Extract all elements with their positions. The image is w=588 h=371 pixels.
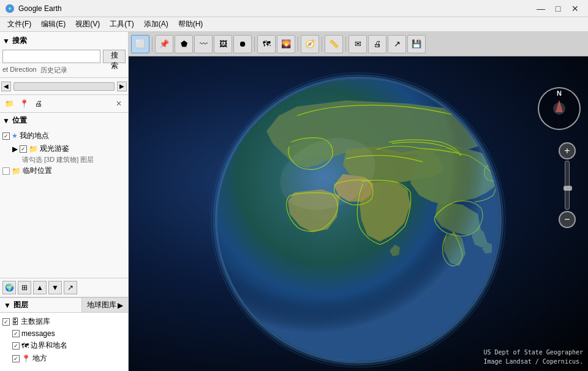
temp-label: 临时位置 bbox=[23, 166, 52, 176]
close-button[interactable]: ✕ bbox=[567, 2, 583, 15]
new-folder-button[interactable]: 📁 bbox=[2, 97, 16, 110]
sidebar: ▼ 搜索 搜索 et Direction 历史记录 ◀ ▶ 📁 📍 🖨 ✕ bbox=[0, 32, 129, 371]
layers-title: 图层 bbox=[13, 300, 28, 310]
tool-photo[interactable]: 🌄 bbox=[277, 35, 295, 53]
tool-overlay[interactable]: 🖼 bbox=[214, 35, 232, 53]
layer-maindb-checkbox[interactable] bbox=[2, 318, 10, 326]
map-attribution: US Dept of State Geographer Image Landsa… bbox=[483, 348, 583, 366]
tool-ruler[interactable]: 📏 bbox=[325, 35, 343, 53]
up-button[interactable]: ▲ bbox=[33, 281, 47, 294]
print-button[interactable]: 🖨 bbox=[32, 97, 45, 110]
open-button[interactable]: ↗ bbox=[64, 281, 77, 294]
compass-control[interactable]: N bbox=[538, 87, 581, 130]
tourism-item[interactable]: ▶ 📁 观光游鉴 bbox=[2, 142, 126, 155]
layer-messages-label: messages bbox=[21, 329, 55, 338]
tool-share[interactable]: ↗ bbox=[388, 35, 406, 53]
places-section: ▼ 位置 ★ 我的地点 ▶ 📁 观光游鉴 请勾选 [3D 建筑物] 图层 bbox=[0, 113, 128, 278]
tool-record[interactable]: ⏺ bbox=[233, 35, 252, 53]
note-text: 请勾选 [3D 建筑物] 图层 bbox=[2, 155, 126, 164]
layer-maindb[interactable]: 🗄 主数据库 bbox=[2, 315, 126, 328]
maximize-button[interactable]: □ bbox=[550, 2, 566, 15]
layer-maindb-icon: 🗄 bbox=[12, 318, 19, 326]
places-arrow: ▼ bbox=[2, 117, 10, 125]
tool-street[interactable]: 🧭 bbox=[301, 35, 319, 53]
toolbar-sep-1 bbox=[152, 37, 153, 52]
scroll-left[interactable]: ◀ bbox=[1, 82, 11, 91]
temp-checkbox[interactable] bbox=[2, 167, 10, 175]
compass-ring[interactable]: N bbox=[538, 87, 581, 130]
layers-section: ▼ 图层 地球图库 ▶ 🗄 主数据库 messages bbox=[0, 297, 128, 371]
globe-library-button[interactable]: 地球图库 ▶ bbox=[81, 298, 128, 313]
layer-borders-icon: 🗺 bbox=[21, 342, 29, 350]
attribution-line1: US Dept of State Geographer bbox=[483, 348, 583, 357]
map-toolbar: ⬜ 📌 ⬟ 〰 🖼 ⏺ 🗺 🌄 🧭 📏 ✉ 🖨 ↗ 💾 bbox=[129, 32, 588, 56]
menu-edit[interactable]: 编辑(E) bbox=[36, 18, 70, 31]
places-title: 位置 bbox=[12, 115, 27, 126]
toolbar-sep-3 bbox=[298, 37, 298, 52]
layer-messages-checkbox[interactable] bbox=[12, 330, 20, 337]
zoom-slider[interactable] bbox=[565, 161, 570, 210]
search-section: ▼ 搜索 搜索 et Direction 历史记录 bbox=[0, 32, 128, 78]
zoom-in-button[interactable]: + bbox=[559, 142, 576, 159]
tourism-checkbox[interactable] bbox=[20, 145, 27, 153]
menu-help[interactable]: 帮助(H) bbox=[173, 18, 208, 31]
tool-select[interactable]: ⬜ bbox=[131, 35, 149, 53]
menu-add[interactable]: 添加(A) bbox=[139, 18, 173, 31]
compass-inner-ring[interactable] bbox=[553, 102, 565, 115]
temp-location-item[interactable]: 📁 临时位置 bbox=[2, 164, 126, 177]
search-arrow: ▼ bbox=[2, 37, 10, 45]
history-link[interactable]: 历史记录 bbox=[40, 66, 67, 75]
layer-places-icon: 📍 bbox=[21, 354, 31, 363]
search-title: 搜索 bbox=[12, 36, 27, 46]
earth-globe[interactable] bbox=[199, 69, 518, 370]
minimize-button[interactable]: — bbox=[533, 2, 549, 15]
expand-arrow: ▶ bbox=[12, 145, 18, 153]
zoom-thumb[interactable] bbox=[564, 186, 572, 191]
tool-placemark[interactable]: 📌 bbox=[155, 35, 173, 53]
zoom-control: + − bbox=[559, 142, 576, 228]
close-places-button[interactable]: ✕ bbox=[112, 97, 126, 110]
grid-button[interactable]: ⊞ bbox=[18, 281, 31, 294]
search-input[interactable] bbox=[2, 50, 100, 63]
attribution-line2: Image Landsat / Copernicus. bbox=[483, 357, 583, 366]
main-layout: ▼ 搜索 搜索 et Direction 历史记录 ◀ ▶ 📁 📍 🖨 ✕ bbox=[0, 32, 588, 371]
layer-borders-checkbox[interactable] bbox=[12, 342, 20, 350]
scroll-track[interactable] bbox=[13, 82, 115, 91]
layer-borders-label: 边界和地名 bbox=[31, 340, 67, 351]
tool-print[interactable]: 🖨 bbox=[368, 35, 386, 53]
compass-north: N bbox=[557, 90, 562, 97]
tool-tour[interactable]: 🗺 bbox=[257, 35, 276, 53]
temp-folder-icon: 📁 bbox=[12, 167, 21, 175]
globe-nav-button[interactable]: 🌍 bbox=[2, 281, 16, 294]
my-places-checkbox[interactable] bbox=[2, 132, 10, 140]
menu-tools[interactable]: 工具(T) bbox=[105, 18, 138, 31]
places-header: ▼ 位置 bbox=[2, 115, 126, 126]
new-placemark-button[interactable]: 📍 bbox=[17, 97, 31, 110]
layer-borders[interactable]: 🗺 边界和地名 bbox=[2, 339, 126, 352]
menu-file[interactable]: 文件(F) bbox=[2, 18, 36, 31]
search-links: et Direction 历史记录 bbox=[2, 66, 126, 75]
down-button[interactable]: ▼ bbox=[48, 281, 62, 294]
tool-polygon[interactable]: ⬟ bbox=[175, 35, 193, 53]
layer-messages[interactable]: messages bbox=[2, 328, 126, 339]
direction-link[interactable]: et Direction bbox=[2, 66, 37, 75]
menu-view[interactable]: 视图(V) bbox=[70, 18, 105, 31]
scroll-area: ◀ ▶ bbox=[0, 78, 128, 95]
toolbar-sep-4 bbox=[322, 37, 322, 52]
zoom-out-button[interactable]: − bbox=[559, 211, 576, 228]
bottom-toolbar: 🌍 ⊞ ▲ ▼ ↗ bbox=[0, 278, 128, 297]
layer-places-checkbox[interactable] bbox=[12, 355, 20, 362]
tool-email[interactable]: ✉ bbox=[349, 35, 367, 53]
my-places-item[interactable]: ★ 我的地点 bbox=[2, 129, 126, 142]
layer-places[interactable]: 📍 地方 bbox=[2, 352, 126, 365]
scroll-right[interactable]: ▶ bbox=[117, 82, 127, 91]
layer-maindb-label: 主数据库 bbox=[21, 316, 50, 327]
tool-save[interactable]: 💾 bbox=[407, 35, 426, 53]
title-bar: Google Earth — □ ✕ bbox=[0, 0, 588, 17]
tool-path[interactable]: 〰 bbox=[194, 35, 213, 53]
earth-container[interactable]: N + − US Dept of State Geographer Image … bbox=[129, 56, 588, 371]
map-area[interactable]: ⬜ 📌 ⬟ 〰 🖼 ⏺ 🗺 🌄 🧭 📏 ✉ 🖨 ↗ 💾 bbox=[129, 32, 588, 371]
globe-btn-label: 地球图库 bbox=[87, 300, 116, 310]
search-button[interactable]: 搜索 bbox=[103, 50, 126, 63]
places-toolbar: 📁 📍 🖨 ✕ bbox=[0, 95, 128, 113]
